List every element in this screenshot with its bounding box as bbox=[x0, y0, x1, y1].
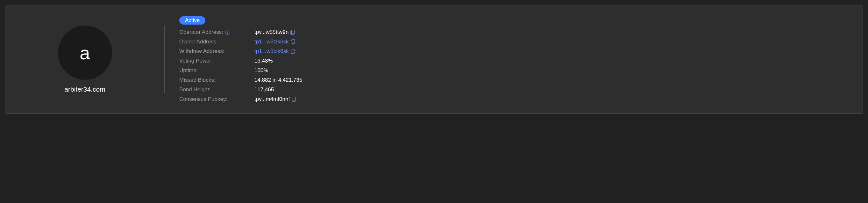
missed-blocks-value: 14,882 in 4,421,735 bbox=[254, 77, 850, 83]
withdraw-address-link[interactable]: tp1...w5tzk6sk bbox=[254, 48, 289, 55]
voting-power-label: Voting Power: bbox=[179, 58, 251, 64]
bond-height-label: Bond Height: bbox=[179, 86, 251, 93]
uptime-label: Uptime: bbox=[179, 67, 251, 74]
withdraw-address-value: tp1...w5tzk6sk bbox=[254, 48, 850, 55]
voting-power-value: 13.48% bbox=[254, 58, 850, 64]
copy-icon[interactable] bbox=[292, 97, 296, 102]
owner-address-label: Owner Address: bbox=[179, 39, 251, 45]
missed-blocks-label: Missed Blocks: bbox=[179, 77, 251, 83]
copy-icon[interactable] bbox=[291, 49, 295, 54]
owner-address-value: tp1...w5tzk6sk bbox=[254, 39, 850, 45]
svg-rect-1 bbox=[292, 40, 294, 44]
avatar-letter: a bbox=[80, 42, 90, 64]
svg-rect-2 bbox=[292, 49, 294, 53]
copy-icon[interactable] bbox=[291, 39, 295, 44]
consensus-pubkey-value: tpv...m4mt0nnf bbox=[254, 96, 850, 102]
uptime-value: 100% bbox=[254, 67, 850, 74]
operator-address-label: Operator Address: i bbox=[179, 29, 251, 35]
validator-identity: a arbiter34.com bbox=[18, 26, 165, 93]
validator-name: arbiter34.com bbox=[64, 85, 105, 93]
info-grid: Operator Address: i tpv...w55ttw9n Owner… bbox=[179, 29, 850, 102]
owner-address-link[interactable]: tp1...w5tzk6sk bbox=[254, 39, 289, 45]
svg-rect-3 bbox=[293, 97, 296, 101]
consensus-pubkey-label: Consensus Pubkey: bbox=[179, 96, 251, 102]
avatar: a bbox=[58, 26, 112, 80]
withdraw-address-label: Withdraw Address: bbox=[179, 48, 251, 55]
svg-rect-0 bbox=[292, 30, 294, 34]
status-badge: Active bbox=[179, 16, 206, 25]
validator-card: a arbiter34.com Active Operator Address:… bbox=[5, 5, 863, 113]
info-icon[interactable]: i bbox=[225, 30, 230, 35]
operator-address-value: tpv...w55ttw9n bbox=[254, 29, 850, 35]
bond-height-value: 117,465 bbox=[254, 86, 850, 93]
copy-icon[interactable] bbox=[290, 30, 295, 35]
validator-details: Active Operator Address: i tpv...w55ttw9… bbox=[165, 16, 850, 102]
